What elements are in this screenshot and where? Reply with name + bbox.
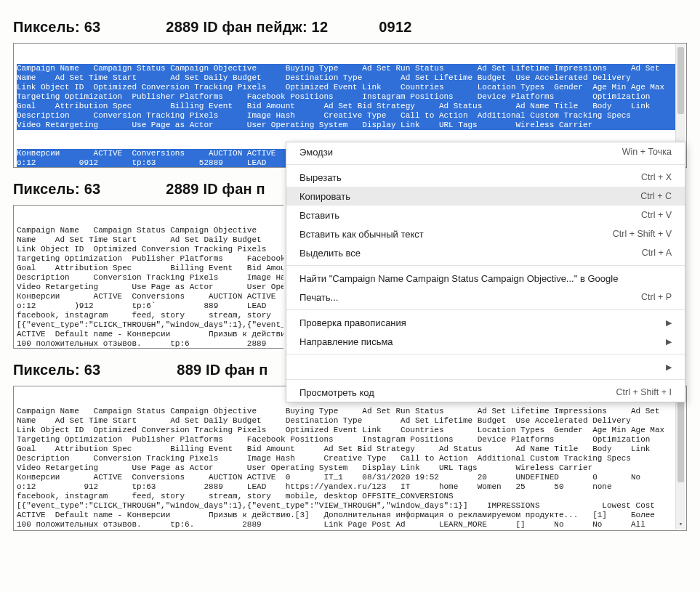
menu-item[interactable]: ▶ [286, 357, 685, 376]
menu-separator [286, 379, 685, 380]
menu-item[interactable]: ЭмодзиWin + Точка [286, 142, 685, 161]
context-menu: ЭмодзиWin + ТочкаВырезатьCtrl + XКопиров… [286, 142, 685, 402]
heading-3-left: Пиксель: 63 [13, 362, 100, 378]
menu-item-label: Просмотреть код [299, 387, 608, 398]
text-line: Targeting Optimization Publisher Platfor… [17, 92, 683, 102]
text-line: Targeting Optimization Publisher Platfor… [17, 254, 281, 264]
menu-separator [286, 164, 685, 165]
text-line: o:12 )912 tp:6` 889 LEAD https:/ [17, 301, 281, 311]
text-line: Campaign Name Campaign Status Campaign O… [17, 407, 683, 416]
text-line: ACTIVE Default name - Конверсии Призыв к… [17, 330, 281, 339]
text-line: o:12 912 tp:63 2889 LEAD https://yandex.… [17, 482, 683, 492]
text-line: Name Ad Set Time Start Ad Set Daily Budg… [17, 235, 281, 245]
text-line: Link Object ID Optimized Conversion Trac… [17, 83, 683, 92]
menu-item[interactable]: КопироватьCtrl + C [286, 187, 685, 206]
menu-item[interactable]: Вставить как обычный текстCtrl + Shift +… [286, 224, 685, 243]
text-line: [{"event_type":"CLICK_THROUGH","window_d… [17, 501, 683, 511]
textarea-block-3[interactable]: Campaign Name Campaign Status Campaign O… [13, 386, 687, 531]
heading-2-mid: 2889 ID фан п [166, 181, 265, 197]
menu-item-label: Вставить как обычный текст [299, 229, 604, 240]
scroll-down-icon[interactable]: ▾ [676, 519, 685, 530]
menu-item-shortcut: Win + Точка [613, 147, 672, 157]
text-line: Video Retargeting Use Page as Actor User… [17, 463, 683, 473]
text-line: Goal Attribution Spec Billing Event Bid … [17, 445, 683, 454]
menu-item-label: Вставить [299, 210, 632, 221]
text-line: Goal Attribution Spec Billing Event Bid … [17, 102, 683, 111]
heading-2-left: Пиксель: 63 [13, 181, 100, 197]
text-line: Конверсии ACTIVE Conversions AUCTION ACT… [17, 292, 281, 301]
menu-separator [286, 309, 685, 310]
chevron-right-icon: ▶ [657, 362, 672, 372]
menu-item-label: Направление письма [299, 336, 657, 347]
menu-item-label: Проверка правописания [299, 317, 657, 328]
scroll-thumb[interactable] [677, 47, 684, 114]
menu-item[interactable]: ВставитьCtrl + V [286, 206, 685, 224]
menu-item[interactable]: Проверка правописания▶ [286, 313, 685, 332]
text-line: Description Conversion Tracking Pixels I… [17, 454, 683, 463]
chevron-right-icon: ▶ [657, 337, 672, 346]
text-line: Campaign Name Campaign Status Campaign O… [17, 64, 683, 73]
textarea-block-2[interactable]: Campaign Name Campaign Status Campaign O… [13, 205, 283, 349]
menu-item-label: Выделить все [299, 248, 633, 259]
menu-item-label: Найти "Campaign Name Campaign Status Cam… [299, 273, 672, 284]
menu-item-shortcut: Ctrl + A [633, 248, 672, 258]
text-line: Name Ad Set Time Start Ad Set Daily Budg… [17, 73, 683, 83]
heading-1-right: 0912 [379, 19, 411, 35]
menu-item[interactable]: Найти "Campaign Name Campaign Status Cam… [286, 269, 685, 288]
menu-item-shortcut: Ctrl + Shift + I [608, 387, 672, 397]
chevron-right-icon: ▶ [657, 318, 672, 328]
menu-separator [286, 265, 685, 266]
text-line: 100 положительных отзывов. tp:6 2889 [17, 339, 281, 349]
scrollbar[interactable]: ▴ ▾ [675, 387, 685, 530]
text-line: Goal Attribution Spec Billing Event Bid … [17, 264, 281, 273]
text-line: ACTIVE Default name - Конверсии Призыв к… [17, 511, 683, 520]
text-line: Link Object ID Optimized Conversion Trac… [17, 245, 281, 254]
menu-item-label: Вырезать [299, 172, 632, 183]
text-line: Campaign Name Campaign Status Campaign O… [17, 226, 281, 235]
menu-item-label: Копировать [299, 191, 632, 202]
menu-item-label: Эмодзи [299, 147, 613, 158]
menu-item-label: Печать... [299, 292, 632, 303]
menu-item-shortcut: Ctrl + Shift + V [604, 229, 672, 239]
text-line: 100 положительных отзывов. tp:6. 2889 Li… [17, 520, 683, 530]
text-line: Name Ad Set Time Start Ad Set Daily Budg… [17, 416, 683, 426]
text-line: facebook, instagram feed, story stream, … [17, 492, 683, 501]
text-line: [{"event_type":"CLICK_THROUGH","window_d… [17, 320, 281, 330]
menu-item[interactable]: Печать...Ctrl + P [286, 288, 685, 307]
menu-item-shortcut: Ctrl + C [632, 191, 672, 201]
menu-item[interactable]: Направление письма▶ [286, 332, 685, 351]
text-line: Конверсии ACTIVE Conversions AUCTION ACT… [17, 473, 683, 482]
heading-1-left: Пиксель: 63 [13, 19, 100, 35]
text-line: Video Retargeting Use Page as Actor User… [17, 283, 281, 292]
text-line: Description Conversion Tracking Pixels I… [17, 111, 683, 121]
menu-item[interactable]: ВырезатьCtrl + X [286, 168, 685, 187]
menu-item-shortcut: Ctrl + V [632, 210, 672, 220]
text-line: Video Retargeting Use Page as Actor User… [17, 121, 683, 130]
text-line: facebook, instagram feed, story stream, … [17, 311, 281, 320]
heading-1: Пиксель: 632889 ID фан пейдж: 120912 [13, 19, 687, 36]
heading-1-mid: 2889 ID фан пейдж: 12 [166, 19, 328, 35]
scroll-thumb[interactable] [677, 390, 684, 482]
menu-item-shortcut: Ctrl + P [632, 292, 672, 302]
menu-item[interactable]: Просмотреть кодCtrl + Shift + I [286, 383, 685, 402]
menu-item[interactable]: Выделить всеCtrl + A [286, 243, 685, 262]
menu-separator [286, 354, 685, 354]
heading-3-mid: 889 ID фан п [177, 362, 267, 378]
text-line: Link Object ID Optimized Conversion Trac… [17, 426, 683, 435]
text-line: Targeting Optimization Publisher Platfor… [17, 435, 683, 445]
text-line: Description Conversion Tracking Pixels I… [17, 273, 281, 283]
text-line: Yandex.ru ?utm_creative={{ad.name}}&utm_… [17, 530, 683, 531]
menu-item-shortcut: Ctrl + X [632, 172, 672, 182]
